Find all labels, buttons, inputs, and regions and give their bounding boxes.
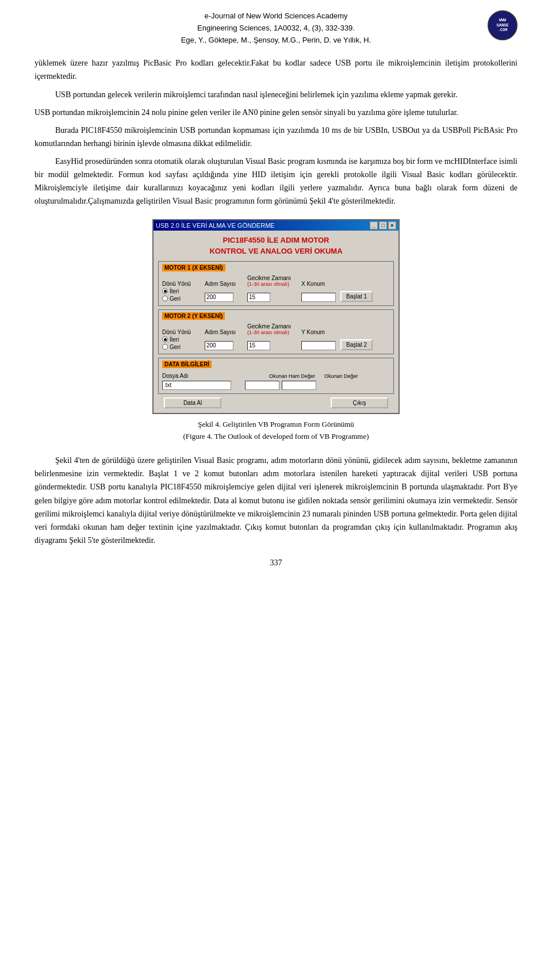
motor2-gecikme-label: Gecikme Zamanı [247,323,299,330]
dosya-adi-input[interactable] [162,381,231,390]
motor2-ileri-radio-row[interactable]: İleri [162,336,202,343]
motor1-gecikme-label: Gecikme Zamanı [247,275,299,281]
data-section: DATA BİLGİLERİ Dosya Adı Okunan Ham Değe… [158,358,394,394]
page-number: 337 [34,558,518,568]
motor2-gecikme-note: (1-30 arası olmalı) [247,330,299,335]
vb-heading: PIC18F4550 İLE ADIM MOTOR KONTROL VE ANA… [158,235,394,256]
motor1-ileri-radio-row[interactable]: İleri [162,288,202,294]
motor2-section: MOTOR 2 (Y EKSENİ) Dönü Yönü Adım Sayısı… [158,309,394,354]
figure-caption-line1: Şekil 4. Geliştirilen VB Programın Form … [183,419,369,431]
motor2-controls-row: İleri Geri [162,336,390,350]
motor2-geri-radio[interactable] [162,344,168,350]
okunan-label: Okunan Değer [324,373,358,379]
dosya-adi-label: Dosya Adı [162,373,189,379]
okunan-input[interactable] [282,381,316,390]
okunan-ham-input[interactable] [245,381,279,390]
motor2-geri-radio-row[interactable]: Geri [162,344,202,350]
motor2-donu-label: Dönü Yönü [162,329,191,335]
motor1-geri-radio-row[interactable]: Geri [162,296,202,302]
motor1-section: MOTOR 1 (X EKSENİ) Dönü Yönü Adım Sayısı… [158,261,394,306]
motor1-controls-row: İleri Geri [162,288,390,302]
motor2-gecikme-input[interactable] [247,341,270,350]
motor2-labels-row: Dönü Yönü Adım Sayısı Gecikme Zamanı (1-… [162,323,390,335]
motor2-title: MOTOR 2 (Y EKSENİ) [162,312,225,320]
motor1-title: MOTOR 1 (X EKSENİ) [162,264,225,271]
vb-window: USB 2.0 İLE VERİ ALMA VE GÖNDERME _ □ × … [152,219,400,414]
baslat1-button[interactable]: Başlat 1 [340,291,373,302]
page-header: e-Journal of New World Sciences Academy … [34,10,518,46]
motor2-radio-group: İleri Geri [162,336,202,350]
motor1-ileri-label: İleri [170,288,179,294]
motor2-geri-label: Geri [170,344,181,350]
journal-title-line1: e-Journal of New World Sciences Academy [34,10,518,22]
motor1-adim-input[interactable] [205,293,233,302]
motor2-adim-label: Adım Sayısı [205,329,236,335]
minimize-button[interactable]: _ [370,221,378,229]
motor2-ileri-label: İleri [170,336,179,343]
bottom-buttons: Data Al Çıkış [158,397,394,408]
motor1-gecikme-note: (1-30 arası olmalı) [247,281,299,287]
paragraph-4: Burada PIC18F4550 mikroişlemcinin USB po… [34,124,518,150]
figure-4: USB 2.0 İLE VERİ ALMA VE GÖNDERME _ □ × … [34,219,518,442]
vb-window-title: USB 2.0 İLE VERİ ALMA VE GÖNDERME [156,222,275,229]
baslat2-button[interactable]: Başlat 2 [340,339,373,350]
vb-window-controls: _ □ × [370,221,396,229]
data-labels-row: Dosya Adı Okunan Ham Değer Okunan Değer [162,372,390,379]
figure-caption: Şekil 4. Geliştirilen VB Programın Form … [183,419,369,443]
vb-body: PIC18F4550 İLE ADIM MOTOR KONTROL VE ANA… [154,231,398,412]
cikis-button[interactable]: Çıkış [331,397,388,408]
motor1-labels-row: Dönü Yönü Adım Sayısı Gecikme Zamanı (1-… [162,275,390,287]
data-al-button[interactable]: Data Al [164,397,221,408]
figure-caption-line2: (Figure 4. The Outlook of developed form… [183,431,369,443]
paragraph-2: USB portundan gelecek verilerin mikroişl… [34,88,518,101]
motor2-adim-input[interactable] [205,341,233,350]
data-section-title: DATA BİLGİLERİ [162,361,212,368]
motor1-geri-label: Geri [170,296,181,302]
motor1-geri-radio[interactable] [162,296,168,301]
motor1-donu-label: Dönü Yönü [162,281,191,287]
paragraph-after-figure: Şekil 4'ten de görüldüğü üzere geliştiri… [34,454,518,547]
motor1-ileri-radio[interactable] [162,288,168,294]
paragraph-1: yüklemek üzere hazır yazılmış PicBasic P… [34,56,518,83]
vb-titlebar: USB 2.0 İLE VERİ ALMA VE GÖNDERME _ □ × [154,220,398,231]
motor1-xkonum-input[interactable] [301,293,336,302]
data-inputs-row [162,381,390,390]
journal-title-line3: Ege, Y., Göktepe, M., Şensoy, M.G., Peri… [34,35,518,47]
okunan-ham-label: Okunan Ham Değer [269,373,315,379]
maximize-button[interactable]: □ [379,221,387,229]
motor2-ykonum-input[interactable] [301,341,336,350]
motor1-gecikme-input[interactable] [247,293,270,302]
journal-title-line2: Engineering Sciences, 1A0032, 4, (3), 33… [34,22,518,35]
motor1-radio-group: İleri Geri [162,288,202,302]
journal-header: e-Journal of New World Sciences Academy … [34,10,518,46]
motor2-ykonum-label: Y Konum [301,329,325,335]
paragraph-5: EasyHid prosedüründen sonra otomatik ola… [34,155,518,208]
motor1-xkonum-label: X Konum [301,281,325,287]
paragraph-3: USB portundan mikroişlemcinin 24 nolu pi… [34,106,518,119]
motor1-adim-label: Adım Sayısı [205,281,236,287]
close-button[interactable]: × [388,221,396,229]
motor2-ileri-radio[interactable] [162,336,168,342]
journal-logo: WWWSANSE.COM [488,10,518,40]
